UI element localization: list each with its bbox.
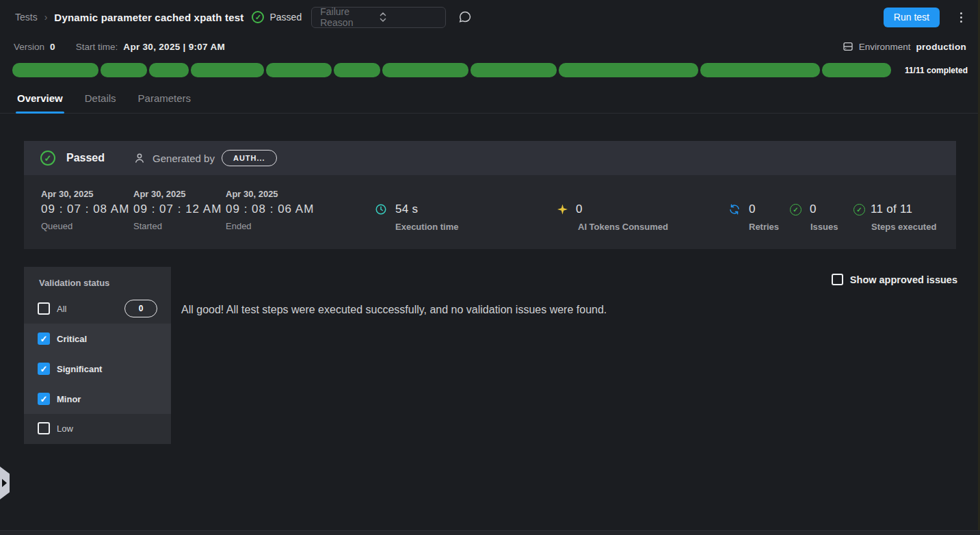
ai-tokens-label: AI Tokens Consumed: [578, 222, 668, 232]
execution-time-value: 54 s: [395, 203, 418, 216]
steps-executed-value: 11 of 11: [871, 203, 912, 216]
meta-row: Version 0 Start time: Apr 30, 2025 | 9:0…: [0, 34, 980, 59]
page-title: Dynamic parameter cached xpath test: [54, 12, 243, 23]
started-date: Apr 30, 2025: [133, 189, 222, 199]
environment-label: Environment: [859, 42, 911, 52]
breadcrumb-separator-icon: ›: [44, 12, 48, 23]
check-circle-icon: [853, 204, 865, 216]
execution-time-label: Execution time: [395, 222, 458, 232]
stat-ai-tokens: 0 AI Tokens Consumed: [557, 203, 668, 232]
tab-details[interactable]: Details: [85, 92, 116, 113]
run-test-button[interactable]: Run test: [884, 8, 940, 27]
tab-overview[interactable]: Overview: [17, 92, 63, 113]
passed-check-icon: [40, 151, 55, 166]
filter-all[interactable]: All 0: [24, 293, 171, 324]
failure-reason-placeholder: Failure Reason: [320, 6, 380, 28]
generated-by-label: Generated by: [153, 153, 215, 164]
check-circle-icon: [790, 204, 802, 216]
all-count-badge[interactable]: 0: [124, 300, 157, 317]
show-approved-label: Show approved issues: [850, 274, 957, 285]
filter-minor[interactable]: Minor: [24, 384, 171, 414]
generated-by-badge[interactable]: AUTH...: [222, 150, 277, 166]
significant-label: Significant: [57, 364, 102, 374]
queued-label: Queued: [41, 221, 129, 231]
test-status: Passed: [269, 12, 302, 23]
critical-checkbox[interactable]: [38, 332, 50, 345]
issues-label: Issues: [810, 222, 838, 232]
topbar: Tests › Dynamic parameter cached xpath t…: [0, 0, 980, 34]
ended-time: 09 : 08 : 06 AM: [226, 203, 314, 216]
more-options-icon[interactable]: [957, 10, 965, 25]
issues-value: 0: [810, 203, 817, 216]
breadcrumb-tests[interactable]: Tests: [15, 12, 38, 23]
start-time-value: Apr 30, 2025 | 9:07 AM: [123, 42, 225, 52]
chevron-updown-icon: [380, 12, 439, 22]
passed-check-icon: [252, 11, 264, 23]
retries-label: Retries: [749, 222, 779, 232]
significant-checkbox[interactable]: [38, 363, 50, 375]
validation-status-panel: Validation status All 0 Critical Signifi…: [24, 267, 171, 444]
minor-checkbox[interactable]: [38, 393, 50, 405]
all-checkbox[interactable]: [38, 302, 50, 315]
ai-tokens-value: 0: [576, 203, 583, 216]
started-time: 09 : 07 : 12 AM: [133, 203, 222, 216]
filter-significant[interactable]: Significant: [24, 354, 171, 384]
stat-started: Apr 30, 2025 09 : 07 : 12 AM Started: [133, 189, 222, 231]
summary-card: Passed Generated by AUTH... Apr 30, 2025…: [24, 141, 956, 249]
low-label: Low: [57, 423, 73, 434]
tab-parameters[interactable]: Parameters: [138, 92, 191, 113]
all-label: All: [57, 304, 66, 314]
stat-retries: 0 Retries: [728, 203, 779, 232]
started-label: Started: [133, 221, 222, 231]
stat-queued: Apr 30, 2025 09 : 07 : 08 AM Queued: [41, 189, 129, 231]
user-icon: [133, 152, 146, 164]
refresh-icon: [728, 203, 741, 216]
filter-low[interactable]: Low: [24, 414, 171, 443]
progress-completed-text: 11/11 completed: [897, 66, 968, 75]
comment-icon[interactable]: [458, 10, 472, 24]
progress-bar[interactable]: [12, 63, 891, 77]
start-time-label: Start time:: [76, 42, 118, 52]
ended-date: Apr 30, 2025: [226, 189, 314, 199]
queued-date: Apr 30, 2025: [41, 189, 129, 199]
show-approved-issues[interactable]: Show approved issues: [832, 274, 957, 285]
filter-critical[interactable]: Critical: [24, 324, 171, 354]
failure-reason-select[interactable]: Failure Reason: [311, 7, 446, 28]
summary-card-body: Apr 30, 2025 09 : 07 : 08 AM Queued Apr …: [24, 175, 956, 249]
all-good-message: All good! All test steps were executed s…: [181, 304, 607, 316]
critical-label: Critical: [57, 334, 87, 344]
steps-executed-label: Steps executed: [871, 222, 936, 232]
sparkle-icon: [557, 205, 568, 215]
version-label: Version: [14, 42, 44, 52]
ended-label: Ended: [226, 221, 314, 231]
stat-execution-time: 54 s Execution time: [375, 203, 458, 232]
summary-card-header: Passed Generated by AUTH...: [24, 141, 956, 175]
queued-time: 09 : 07 : 08 AM: [41, 203, 129, 216]
summary-status: Passed: [66, 152, 105, 164]
checked-filters-group: Critical Significant Minor: [24, 324, 171, 414]
stat-steps-executed: 11 of 11 Steps executed: [853, 203, 936, 232]
environment-icon: [843, 41, 853, 52]
clock-icon: [375, 203, 387, 216]
show-approved-checkbox[interactable]: [832, 274, 843, 285]
bottom-bar: [0, 530, 980, 535]
tab-bar: Overview Details Parameters: [0, 92, 980, 114]
environment-value: production: [916, 42, 967, 52]
stat-issues: 0 Issues: [790, 203, 838, 232]
minor-label: Minor: [57, 394, 81, 404]
stat-ended: Apr 30, 2025 09 : 08 : 06 AM Ended: [226, 189, 314, 231]
retries-value: 0: [749, 203, 756, 216]
low-checkbox[interactable]: [38, 422, 50, 434]
progress-row: 11/11 completed: [12, 63, 968, 77]
validation-status-title: Validation status: [24, 267, 171, 293]
overview-content: Validation status All 0 Critical Signifi…: [0, 249, 980, 525]
version-value: 0: [50, 42, 55, 52]
